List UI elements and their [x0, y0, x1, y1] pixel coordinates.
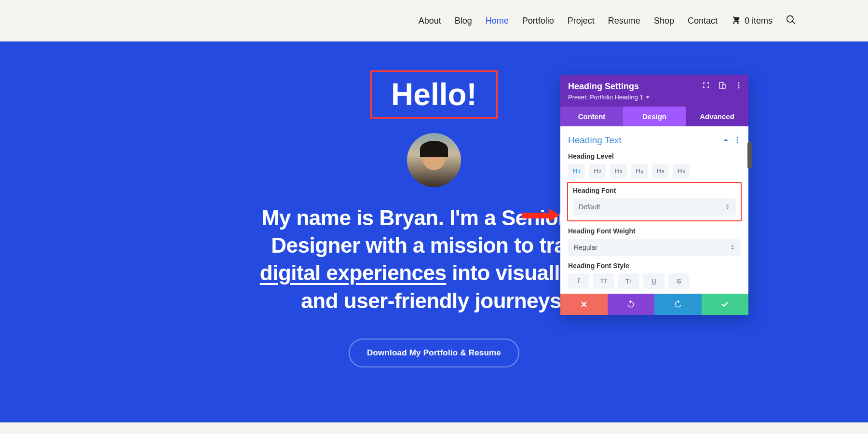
underline-button[interactable]: U	[643, 273, 665, 289]
panel-tabs: Content Design Advanced	[560, 107, 748, 126]
cart-link[interactable]: 0 items	[731, 15, 773, 27]
avatar	[407, 133, 461, 187]
heading-level-h5[interactable]: H5	[652, 164, 669, 178]
expand-icon[interactable]	[702, 81, 710, 91]
nav-contact[interactable]: Contact	[688, 16, 718, 26]
svg-rect-1	[722, 84, 725, 88]
chevron-down-icon	[645, 95, 650, 100]
heading-level-h2[interactable]: H2	[589, 164, 606, 178]
cart-count: 0 items	[745, 16, 773, 26]
intro-line: Designer with a mission to transf	[271, 233, 597, 257]
download-cta-button[interactable]: Download My Portfolio & Resume	[349, 339, 519, 367]
tab-advanced[interactable]: Advanced	[686, 107, 748, 126]
font-style-row: I TT TT U S	[568, 273, 741, 289]
heading-level-h4[interactable]: H4	[631, 164, 648, 178]
save-button[interactable]	[702, 294, 749, 315]
more-icon[interactable]	[735, 81, 743, 91]
svg-point-6	[736, 139, 738, 140]
strikethrough-button[interactable]: S	[668, 273, 690, 289]
svg-point-7	[736, 141, 738, 143]
tab-design[interactable]: Design	[623, 107, 686, 126]
italic-button[interactable]: I	[568, 273, 589, 289]
smallcaps-button[interactable]: TT	[618, 273, 639, 289]
panel-header: Heading Settings Preset: Portfolio Headi…	[560, 75, 748, 107]
callout-arrow	[522, 209, 559, 221]
hello-heading[interactable]: Hello!	[391, 77, 477, 112]
uppercase-button[interactable]: TT	[593, 273, 614, 289]
heading-level-label: Heading Level	[568, 152, 741, 160]
heading-level-h6[interactable]: H6	[673, 164, 690, 178]
heading-level-h1[interactable]: H1	[568, 164, 585, 178]
nav-project[interactable]: Project	[568, 16, 595, 26]
panel-footer	[560, 294, 748, 315]
heading-font-weight-select[interactable]: Regular	[568, 239, 741, 256]
hello-highlight-box: Hello!	[370, 70, 498, 119]
heading-font-weight-value: Regular	[574, 244, 597, 251]
panel-scrollbar[interactable]	[747, 142, 752, 168]
redo-button[interactable]	[654, 294, 702, 315]
undo-button[interactable]	[608, 294, 655, 315]
panel-body: Heading Text Heading Level H1 H2 H3 H4 H…	[560, 126, 748, 294]
heading-font-highlight: Heading Font Default	[567, 182, 742, 221]
nav-blog[interactable]: Blog	[455, 16, 472, 26]
chevron-up-icon[interactable]	[722, 135, 729, 146]
select-sort-icon	[725, 204, 730, 210]
section-more-icon[interactable]	[734, 135, 741, 146]
section-heading-text[interactable]: Heading Text	[568, 135, 622, 146]
preset-name: Portfolio Heading 1	[590, 94, 643, 101]
nav-home[interactable]: Home	[486, 16, 509, 26]
nav-portfolio[interactable]: Portfolio	[522, 16, 554, 26]
nav-resume[interactable]: Resume	[608, 16, 640, 26]
intro-line: and user-friendly journeys.	[301, 289, 567, 312]
svg-point-3	[738, 85, 740, 86]
heading-font-weight-label: Heading Font Weight	[568, 227, 741, 235]
nav-shop[interactable]: Shop	[654, 16, 674, 26]
top-nav: About Blog Home Portfolio Project Resume…	[0, 0, 868, 41]
heading-level-h3[interactable]: H3	[610, 164, 627, 178]
responsive-icon[interactable]	[719, 81, 726, 91]
svg-point-2	[738, 82, 740, 84]
cart-icon	[731, 15, 741, 27]
panel-preset[interactable]: Preset: Portfolio Heading 1	[568, 94, 741, 101]
select-sort-icon	[730, 244, 735, 250]
svg-point-5	[736, 137, 738, 138]
preset-prefix: Preset:	[568, 94, 588, 101]
search-icon[interactable]	[786, 15, 796, 27]
svg-point-4	[738, 87, 740, 89]
heading-font-select[interactable]: Default	[573, 198, 736, 216]
nav-about[interactable]: About	[419, 16, 441, 26]
tab-content[interactable]: Content	[560, 107, 623, 126]
heading-font-style-label: Heading Font Style	[568, 262, 741, 270]
heading-font-value: Default	[579, 203, 600, 211]
heading-level-row: H1 H2 H3 H4 H5 H6	[568, 164, 741, 178]
heading-font-label: Heading Font	[573, 187, 736, 194]
intro-underlined: digital experiences	[260, 261, 447, 285]
heading-settings-panel: Heading Settings Preset: Portfolio Headi…	[560, 75, 748, 315]
cancel-button[interactable]	[560, 294, 608, 315]
